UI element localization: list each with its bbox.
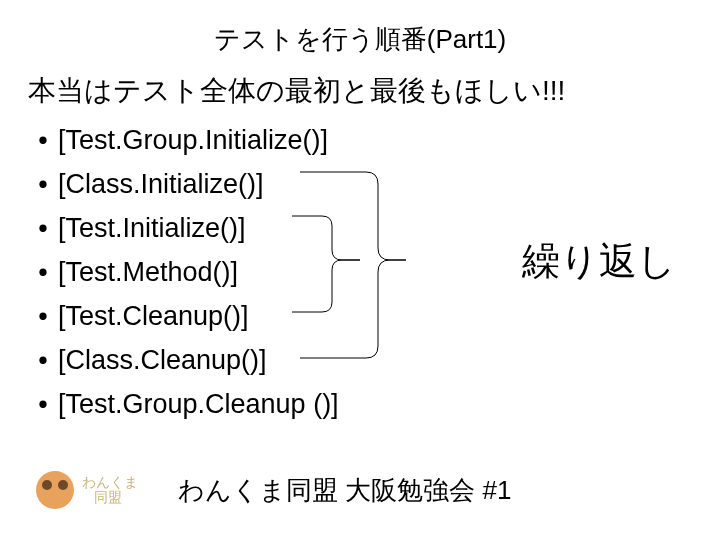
- bullet-icon: •: [28, 294, 58, 338]
- intro-text: 本当はテスト全体の最初と最後もほしい!!!: [28, 72, 565, 110]
- slide-body: 本当はテスト全体の最初と最後もほしい!!! • [Test.Group.Init…: [28, 72, 565, 426]
- footer-logo-line1: わんくま: [82, 474, 138, 490]
- slide-footer: わんくま 同盟 わんくま同盟 大阪勉強会 #1: [0, 466, 720, 514]
- bear-logo-icon: [36, 471, 74, 509]
- list-item: • [Class.Cleanup()]: [28, 338, 565, 382]
- list-item: • [Test.Method()]: [28, 250, 565, 294]
- footer-text: わんくま同盟 大阪勉強会 #1: [178, 473, 511, 508]
- bullet-icon: •: [28, 250, 58, 294]
- repeat-annotation: 繰り返し: [522, 236, 676, 287]
- slide-title: テストを行う順番(Part1): [0, 0, 720, 57]
- list-item: • [Test.Group.Initialize()]: [28, 118, 565, 162]
- list-item-label: [Test.Method()]: [58, 250, 238, 294]
- footer-logo-line2: 同盟: [94, 489, 122, 505]
- list-item: • [Test.Cleanup()]: [28, 294, 565, 338]
- list-item-label: [Test.Initialize()]: [58, 206, 246, 250]
- bullet-icon: •: [28, 206, 58, 250]
- list-item-label: [Class.Cleanup()]: [58, 338, 267, 382]
- footer-logo-label: わんくま 同盟: [82, 475, 138, 505]
- list-item-label: [Test.Group.Initialize()]: [58, 118, 328, 162]
- bullet-icon: •: [28, 118, 58, 162]
- list-item: • [Class.Initialize()]: [28, 162, 565, 206]
- list-item-label: [Test.Group.Cleanup ()]: [58, 382, 339, 426]
- bullet-icon: •: [28, 382, 58, 426]
- list-item: • [Test.Initialize()]: [28, 206, 565, 250]
- list-item: • [Test.Group.Cleanup ()]: [28, 382, 565, 426]
- list-item-label: [Class.Initialize()]: [58, 162, 264, 206]
- bullet-icon: •: [28, 338, 58, 382]
- list-item-label: [Test.Cleanup()]: [58, 294, 249, 338]
- bullet-icon: •: [28, 162, 58, 206]
